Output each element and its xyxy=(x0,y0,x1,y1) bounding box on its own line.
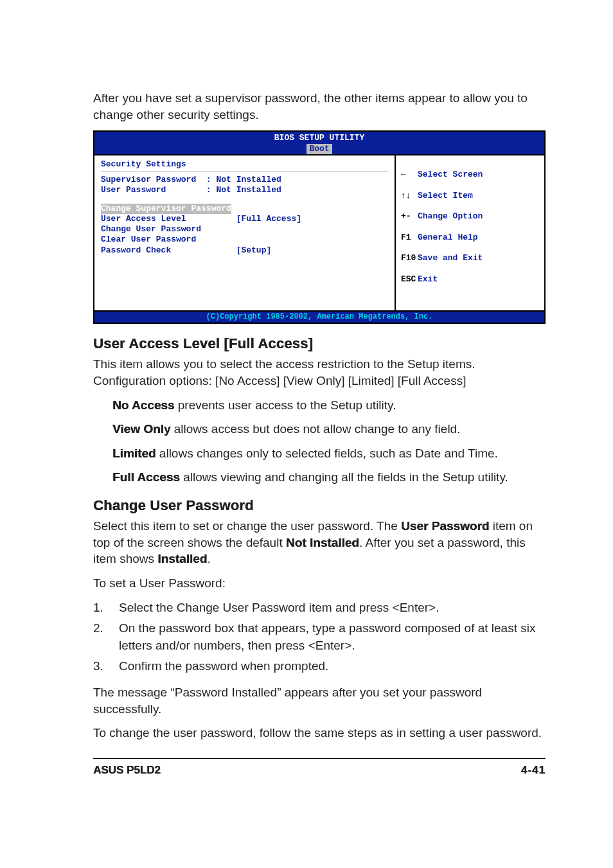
limited-label: Limited xyxy=(112,447,156,460)
step-3: 3.Confirm the password when prompted. xyxy=(93,658,546,675)
ual-no-access: No Access prevents user access to the Se… xyxy=(112,397,546,414)
ual-view-only: View Only allows access but does not all… xyxy=(112,421,546,438)
bios-screenshot: BIOS SETUP UTILITY Boot Security Setting… xyxy=(93,130,546,324)
step-2: 2.On the password box that appears, type… xyxy=(93,620,546,654)
esc-key: ESC xyxy=(401,274,418,285)
not-installed-bold: Not Installed xyxy=(286,536,359,549)
page-content: After you have set a supervisor password… xyxy=(0,0,613,802)
step-1: 1.Select the Change User Password item a… xyxy=(93,599,546,617)
help-save-exit: F10Save and Exit xyxy=(401,253,539,263)
view-only-label: View Only xyxy=(112,422,170,436)
ual-desc: This item allows you to select the acces… xyxy=(93,356,546,389)
bios-title-bar: BIOS SETUP UTILITY Boot xyxy=(94,132,544,155)
footer-product: ASUS P5LD2 xyxy=(93,764,161,777)
cup-p2: To set a User Password: xyxy=(93,575,546,592)
help-exit: ESCExit xyxy=(401,274,539,285)
arrow-updown-icon: ↑↓ xyxy=(401,191,418,201)
user-password-bold: User Password xyxy=(401,519,489,533)
no-access-label: No Access xyxy=(112,398,174,412)
user-access-level-item[interactable]: User Access Level [Full Access] xyxy=(101,214,388,224)
installed-bold: Installed xyxy=(157,552,207,565)
bios-footer: (C)Copyright 1985-2002, American Megatre… xyxy=(94,310,544,323)
bios-title: BIOS SETUP UTILITY xyxy=(94,133,544,143)
help-select-screen: ←Select Screen xyxy=(401,170,539,180)
f10-key: F10 xyxy=(401,253,418,263)
ual-full-access: Full Access allows viewing and changing … xyxy=(112,469,546,486)
f1-key: F1 xyxy=(401,233,418,243)
bios-tab-boot: Boot xyxy=(306,144,332,154)
cup-p3: The message “Password Installed” appears… xyxy=(93,684,546,717)
help-general-help: F1General Help xyxy=(401,233,539,243)
bios-help-pane: ←Select Screen ↑↓Select Item +-Change Op… xyxy=(396,155,544,311)
ual-limited: Limited allows changes only to selected … xyxy=(112,445,546,462)
full-access-label: Full Access xyxy=(112,470,180,484)
page-footer: ASUS P5LD2 4-41 xyxy=(93,758,546,777)
footer-page-number: 4-41 xyxy=(521,764,546,777)
clear-user-password-item[interactable]: Clear User Password xyxy=(101,235,388,245)
divider xyxy=(101,171,388,172)
arrow-left-icon: ← xyxy=(401,170,418,180)
ual-heading: User Access Level [Full Access] xyxy=(93,335,546,352)
change-supervisor-password-item[interactable]: Change Supervisor Password xyxy=(101,204,388,214)
password-check-item[interactable]: Password Check [Setup] xyxy=(101,245,388,256)
help-lines: ←Select Screen ↑↓Select Item +-Change Op… xyxy=(401,159,539,306)
cup-p1: Select this item to set or change the us… xyxy=(93,518,546,567)
user-password-row: User Password : Not Installed xyxy=(101,185,388,195)
cup-p4: To change the user password, follow the … xyxy=(93,725,546,741)
bios-body: Security Settings Supervisor Password : … xyxy=(94,155,544,311)
help-select-item: ↑↓Select Item xyxy=(401,191,539,201)
cup-heading: Change User Password xyxy=(93,497,546,514)
plusminus-icon: +- xyxy=(401,211,418,222)
intro-text: After you have set a supervisor password… xyxy=(93,90,546,123)
help-change-option: +-Change Option xyxy=(401,211,539,222)
bios-left-pane: Security Settings Supervisor Password : … xyxy=(94,155,396,311)
steps-list: 1.Select the Change User Password item a… xyxy=(93,599,546,675)
security-settings-title: Security Settings xyxy=(101,159,388,170)
change-user-password-item[interactable]: Change User Password xyxy=(101,224,388,235)
supervisor-password-row: Supervisor Password : Not Installed xyxy=(101,175,388,185)
